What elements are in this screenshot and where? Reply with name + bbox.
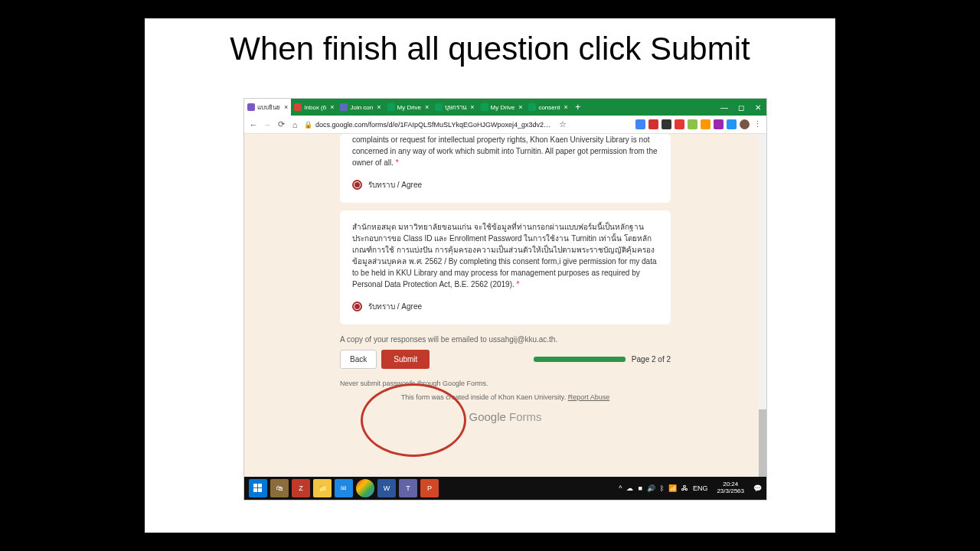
extensions-row: ⋮ xyxy=(635,119,762,129)
browser-tab[interactable]: Join con × xyxy=(337,99,384,116)
taskbar-teams-icon[interactable]: T xyxy=(399,479,417,497)
nav-reload-icon[interactable]: ⟳ xyxy=(276,120,286,129)
radio-selected-icon xyxy=(352,180,362,190)
extension-icon[interactable] xyxy=(701,119,710,129)
tab-close-icon[interactable]: × xyxy=(284,103,288,111)
tray-bluetooth-icon[interactable]: ᛒ xyxy=(660,484,664,492)
scrollbar[interactable] xyxy=(759,134,766,500)
browser-tab[interactable]: My Drive × xyxy=(478,99,526,116)
google-forms-logo[interactable]: Google Forms xyxy=(340,410,671,423)
favicon-icon xyxy=(294,103,302,111)
tab-strip: แบบยินย × Inbox (6 × Join con × My Drive… xyxy=(244,99,766,116)
question-text: สำนักหอสมุด มหาวิทยาลัยขอนแก่น จะใช้ข้อม… xyxy=(352,221,658,290)
report-abuse-link[interactable]: Report Abuse xyxy=(568,393,610,401)
window-minimize-icon[interactable]: — xyxy=(716,99,733,116)
taskbar-app-icon[interactable]: 🛍 xyxy=(270,479,289,497)
form-origin-note: This form was created inside of Khon Kae… xyxy=(340,393,671,401)
tray-battery-icon[interactable]: ■ xyxy=(638,484,642,492)
extension-icon[interactable] xyxy=(675,119,684,129)
page-content: complaints or request for intellectual p… xyxy=(244,134,766,500)
browser-tab[interactable]: consent × xyxy=(525,99,570,116)
required-asterisk: * xyxy=(517,280,520,289)
taskbar-powerpoint-icon[interactable]: P xyxy=(420,479,439,497)
nav-home-icon[interactable]: ⌂ xyxy=(290,120,299,129)
taskbar-clock[interactable]: 20:24 23/3/2563 xyxy=(712,481,749,495)
submit-button[interactable]: Submit xyxy=(381,350,430,369)
extension-icon[interactable] xyxy=(727,119,737,129)
email-copy-note: A copy of your responses will be emailed… xyxy=(340,335,671,344)
nav-back-icon[interactable]: ← xyxy=(249,120,258,129)
bookmark-star-icon[interactable]: ☆ xyxy=(558,120,567,129)
svg-rect-2 xyxy=(253,488,257,492)
tab-label: แบบยินย xyxy=(257,103,280,112)
tab-close-icon[interactable]: × xyxy=(518,103,522,111)
required-asterisk: * xyxy=(396,158,399,167)
radio-selected-icon xyxy=(352,302,362,311)
system-tray: ^ ☁ ■ 🔊 ᛒ 📶 🖧 ENG 20:24 23/3/2563 💬 xyxy=(619,481,766,495)
tab-close-icon[interactable]: × xyxy=(377,103,381,111)
window-maximize-icon[interactable]: ◻ xyxy=(733,99,750,116)
tab-close-icon[interactable]: × xyxy=(425,103,429,111)
avatar-icon[interactable] xyxy=(740,119,750,129)
nav-forward-icon[interactable]: → xyxy=(263,120,272,129)
tray-volume-icon[interactable]: 🔊 xyxy=(647,484,655,492)
favicon-icon xyxy=(481,103,488,111)
tab-label: My Drive xyxy=(397,104,422,111)
browser-tab[interactable]: My Drive × xyxy=(384,99,433,116)
extension-icon[interactable] xyxy=(688,119,697,129)
url-text: docs.google.com/forms/d/e/1FAIpQLSfMuSLY… xyxy=(315,121,550,129)
tray-network-icon[interactable]: 🖧 xyxy=(681,484,688,492)
browser-tab-active[interactable]: แบบยินย × xyxy=(244,99,291,116)
taskbar-mail-icon[interactable]: ✉ xyxy=(335,479,353,497)
tray-wifi-icon[interactable]: 📶 xyxy=(668,484,677,492)
tray-onedrive-icon[interactable]: ☁ xyxy=(626,484,633,492)
tray-chevron-icon[interactable]: ^ xyxy=(619,484,622,492)
start-menu-icon[interactable] xyxy=(249,479,267,497)
progress-bar xyxy=(534,357,626,362)
taskbar-app-icon[interactable]: Z xyxy=(292,479,310,497)
favicon-icon xyxy=(247,103,255,111)
tab-label: My Drive xyxy=(491,104,515,111)
window-close-icon[interactable]: ✕ xyxy=(750,99,766,116)
extension-icon[interactable] xyxy=(662,119,671,129)
back-button[interactable]: Back xyxy=(340,350,377,369)
progress-wrap: Page 2 of 2 xyxy=(534,355,671,364)
extension-icon[interactable] xyxy=(648,119,658,129)
extension-icon[interactable] xyxy=(714,119,724,129)
tab-label: Join con xyxy=(350,104,373,111)
question-text: complaints or request for intellectual p… xyxy=(352,134,658,168)
form-question-card: complaints or request for intellectual p… xyxy=(340,134,671,203)
tab-close-icon[interactable]: × xyxy=(564,103,567,111)
favicon-icon xyxy=(435,103,443,111)
tab-label: Inbox (6 xyxy=(304,104,326,111)
browser-tab[interactable]: Inbox (6 × xyxy=(291,99,337,116)
password-warning: Never submit passwords through Google Fo… xyxy=(340,380,671,387)
tab-label: consent xyxy=(538,104,560,111)
favicon-icon xyxy=(387,103,395,111)
svg-rect-3 xyxy=(258,488,262,492)
lock-icon: 🔒 xyxy=(304,121,312,129)
url-field[interactable]: 🔒 docs.google.com/forms/d/e/1FAIpQLSfMuS… xyxy=(304,121,550,129)
scroll-thumb[interactable] xyxy=(759,409,766,486)
taskbar-word-icon[interactable]: W xyxy=(377,479,396,497)
tray-notifications-icon[interactable]: 💬 xyxy=(753,484,762,492)
taskbar-chrome-icon[interactable] xyxy=(356,479,374,497)
favicon-icon xyxy=(528,103,536,111)
kebab-menu-icon[interactable]: ⋮ xyxy=(753,120,762,129)
windows-taskbar: 🛍 Z 📁 ✉ W T P ^ ☁ ■ 🔊 ᛒ 📶 🖧 ENG 20:24 23… xyxy=(244,477,766,500)
radio-label: รับทราบ / Agree xyxy=(368,179,422,191)
svg-rect-1 xyxy=(258,484,262,487)
tab-close-icon[interactable]: × xyxy=(470,103,474,111)
tray-language[interactable]: ENG xyxy=(693,484,708,492)
radio-option[interactable]: รับทราบ / Agree xyxy=(352,179,658,191)
address-bar: ← → ⟳ ⌂ 🔒 docs.google.com/forms/d/e/1FAI… xyxy=(244,116,766,134)
taskbar-file-explorer-icon[interactable]: 📁 xyxy=(313,479,332,497)
svg-rect-0 xyxy=(253,484,257,487)
tab-close-icon[interactable]: × xyxy=(330,103,334,111)
window-controls: — ◻ ✕ xyxy=(716,99,766,116)
form-column: complaints or request for intellectual p… xyxy=(340,134,671,423)
browser-tab[interactable]: บุษกราน × xyxy=(432,99,477,116)
radio-option[interactable]: รับทราบ / Agree xyxy=(352,301,658,312)
extension-icon[interactable] xyxy=(635,119,645,129)
new-tab-button[interactable]: + xyxy=(571,102,585,112)
